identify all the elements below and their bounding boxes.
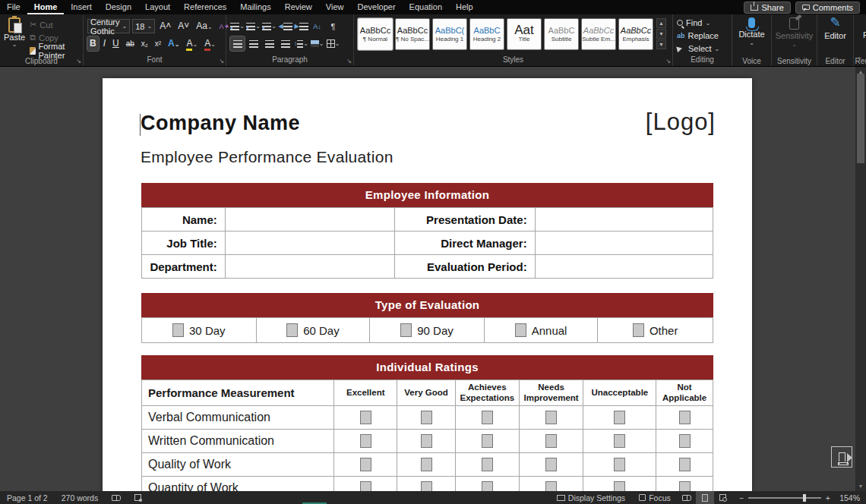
rating-checkbox[interactable] [421,411,432,424]
zoom-slider[interactable] [748,497,821,499]
rating-checkbox[interactable] [360,411,371,424]
subscript-button[interactable]: x₂ [139,36,150,51]
presentation-date-label-cell[interactable]: Presentation Date: [395,208,536,231]
paragraph-dialog-launcher[interactable]: ↘ [346,58,352,65]
increase-indent-button[interactable]: ▶ [294,19,308,33]
rating-checkbox[interactable] [421,434,432,448]
underline-button[interactable]: U [110,36,122,51]
align-left-button[interactable] [230,36,245,51]
style-heading-1[interactable]: AaBbC( Heading 1 [432,18,467,50]
type-checkbox[interactable] [286,323,298,337]
option-label[interactable]: 60 Day [303,324,340,337]
scroll-down-arrow[interactable]: ▼ [855,481,866,491]
shrink-font-button[interactable]: A˅ [175,19,191,33]
tab-design[interactable]: Design [99,0,138,14]
font-name-combobox[interactable]: Century Gothic ⌄ [87,19,130,33]
rating-checkbox[interactable] [482,434,493,448]
direct-manager-value-cell[interactable] [536,232,713,254]
logo-placeholder[interactable]: [Logo] [646,109,716,136]
paste-button[interactable]: Paste ⌄ [4,17,25,56]
rating-checkbox[interactable] [614,411,625,424]
justify-button[interactable] [278,36,292,51]
zoom-percentage[interactable]: 154% [837,493,866,502]
align-center-button[interactable] [246,36,261,51]
strikethrough-button[interactable]: ab [124,36,137,51]
vertical-scrollbar[interactable]: ▲ ▼ [855,67,866,491]
reuse-files-button[interactable]: Reuse Files [854,14,866,56]
bold-button[interactable]: B [87,36,99,51]
tab-view[interactable]: View [319,0,351,14]
name-label-cell[interactable]: Name: [142,208,226,231]
rating-checkbox[interactable] [545,458,557,471]
tab-mailings[interactable]: Mailings [233,0,277,14]
styles-scroll-down-button[interactable]: ▼ [656,29,666,39]
direct-manager-label-cell[interactable]: Direct Manager: [395,232,536,254]
tab-references[interactable]: References [177,0,233,14]
print-layout-button[interactable] [696,491,714,504]
col-excellent[interactable]: Excellent [334,380,397,405]
rating-row-label[interactable]: Quality of Work [142,453,334,476]
change-case-button[interactable]: Aa⌄ [194,19,214,33]
type-checkbox[interactable] [400,323,412,337]
job-title-label-cell[interactable]: Job Title: [142,232,226,254]
resume-reading-flag[interactable] [831,446,852,468]
font-dialog-launcher[interactable]: ↘ [219,58,224,65]
italic-button[interactable]: I [101,36,108,51]
multilevel-list-button[interactable]: ⌄ [262,19,277,33]
department-value-cell[interactable] [226,255,395,278]
presentation-date-value-cell[interactable] [536,208,713,231]
scrollbar-thumb[interactable] [857,74,864,163]
zoom-in-button[interactable]: + [826,491,837,504]
style-title[interactable]: Aat Title [507,18,542,50]
option-label[interactable]: 30 Day [189,324,226,337]
job-title-value-cell[interactable] [226,232,395,254]
type-of-evaluation-header[interactable]: Type of Evaluation [141,293,713,317]
text-highlight-button[interactable]: A⌄ [184,36,200,51]
rating-row-label[interactable]: Verbal Communication [142,406,334,429]
page-indicator[interactable]: Page 1 of 2 [0,491,55,504]
grow-font-button[interactable]: A˄ [157,19,173,33]
tab-review[interactable]: Review [278,0,319,14]
name-value-cell[interactable] [226,208,395,231]
borders-button[interactable]: ⌄ [326,36,340,51]
option-label[interactable]: Other [650,324,678,337]
style-emphasis[interactable]: AaBbCc Emphasis [618,18,653,50]
rating-checkbox[interactable] [545,481,557,491]
show-formatting-marks-button[interactable]: ¶ [326,19,340,33]
find-button[interactable]: Find ⌄ [677,17,728,29]
macro-recording-button[interactable] [128,491,148,504]
rating-row-label[interactable]: Written Communication [142,430,334,452]
rating-checkbox[interactable] [679,411,691,424]
rating-checkbox[interactable] [614,434,625,448]
format-painter-button[interactable]: Format Painter [30,45,79,56]
replace-button[interactable]: ab Replace [677,30,728,42]
col-achieves-expectations[interactable]: Achieves Expectations [456,380,520,405]
rating-checkbox[interactable] [679,458,691,471]
department-label-cell[interactable]: Department: [142,255,226,278]
col-performance-measurement[interactable]: Performance Measurement [142,380,334,405]
styles-dialog-launcher[interactable]: ↘ [665,58,671,65]
rating-checkbox[interactable] [360,434,371,448]
rating-checkbox[interactable] [482,458,493,471]
line-spacing-button[interactable]: ↕⌄ [294,36,308,51]
style-no-spacing[interactable]: AaBbCc ¶ No Spac... [395,18,430,50]
rating-checkbox[interactable] [679,434,691,448]
rating-checkbox[interactable] [614,481,625,491]
select-button[interactable]: Select ⌄ [677,43,728,55]
rating-checkbox[interactable] [482,411,493,424]
tab-equation[interactable]: Equation [403,0,449,14]
dictate-button[interactable]: Dictate ⌄ [732,14,771,56]
col-very-good[interactable]: Very Good [397,380,456,405]
sort-button[interactable]: A↓ [310,19,324,33]
evaluation-period-label-cell[interactable]: Evaluation Period: [395,255,536,278]
bullet-list-button[interactable]: ⌄ [230,19,245,33]
rating-checkbox[interactable] [614,458,625,471]
share-button[interactable]: Share [744,2,790,14]
collapse-ribbon-button[interactable]: ⌃ [856,56,862,64]
tab-layout[interactable]: Layout [138,0,177,14]
individual-ratings-header[interactable]: Individual Ratings [141,355,713,380]
type-checkbox[interactable] [633,323,644,337]
style-heading-2[interactable]: AaBbC Heading 2 [469,18,504,50]
evaluation-period-value-cell[interactable] [536,255,713,278]
shading-button[interactable]: ⌄ [310,36,324,51]
